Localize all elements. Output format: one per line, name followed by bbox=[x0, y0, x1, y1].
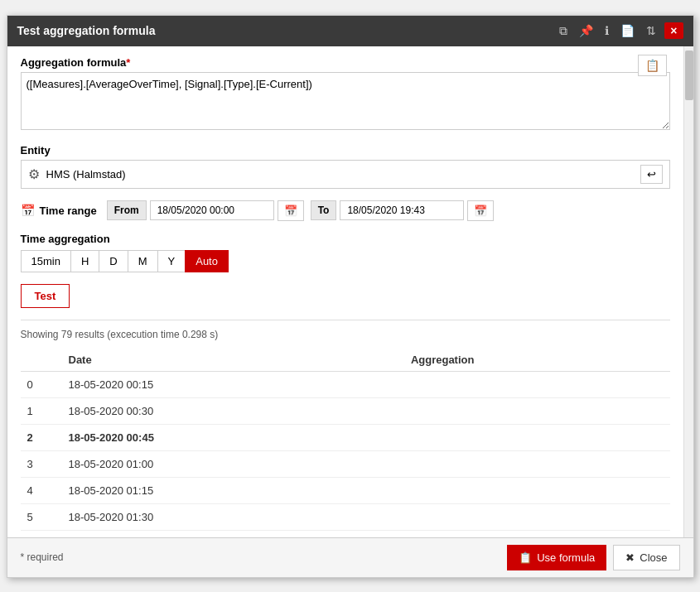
entity-label: Entity bbox=[21, 144, 670, 156]
results-table: Date Aggregation 018-05-2020 00:15118-05… bbox=[21, 349, 670, 531]
row-aggregation bbox=[404, 450, 670, 477]
test-button[interactable]: Test bbox=[21, 284, 70, 308]
row-date: 18-05-2020 01:00 bbox=[62, 450, 404, 477]
to-calendar-button[interactable]: 📅 bbox=[467, 200, 494, 221]
use-formula-label: Use formula bbox=[537, 551, 595, 564]
table-row: 518-05-2020 01:30 bbox=[21, 503, 670, 530]
time-agg-label: Time aggregation bbox=[21, 233, 670, 245]
entity-back-button[interactable]: ↩ bbox=[640, 165, 663, 184]
row-aggregation bbox=[404, 503, 670, 530]
row-date: 18-05-2020 01:30 bbox=[62, 503, 404, 530]
table-header-row: Date Aggregation bbox=[21, 349, 670, 372]
dialog-content-area: 📋 Aggregation formula* ([Measures].[Aver… bbox=[7, 46, 693, 537]
close-x-icon: ✖ bbox=[625, 551, 635, 564]
from-label: From bbox=[107, 200, 147, 220]
calendar-icon: 📅 bbox=[21, 204, 35, 217]
entity-row: ⚙ HMS (Halmstad) ↩ bbox=[21, 160, 670, 189]
pin-icon[interactable]: 📌 bbox=[576, 22, 596, 39]
time-agg-buttons: 15min H D M Y Auto bbox=[21, 250, 670, 272]
entity-group: Entity ⚙ HMS (Halmstad) ↩ bbox=[21, 144, 670, 189]
external-link-icon[interactable]: ⧉ bbox=[556, 22, 571, 40]
row-aggregation bbox=[404, 371, 670, 397]
close-label: Close bbox=[640, 551, 667, 564]
from-calendar-button[interactable]: 📅 bbox=[278, 200, 304, 221]
row-index: 4 bbox=[21, 477, 62, 503]
to-datetime-input[interactable] bbox=[340, 200, 464, 220]
time-agg-d[interactable]: D bbox=[99, 250, 128, 272]
close-x-button[interactable]: × bbox=[664, 22, 683, 39]
time-agg-h[interactable]: H bbox=[70, 250, 99, 272]
formula-label: Aggregation formula* bbox=[21, 56, 670, 69]
to-group: To 📅 bbox=[311, 200, 495, 221]
title-bar: Test aggregation formula ⧉ 📌 ℹ 📄 ⇅ × bbox=[7, 16, 693, 46]
pdf-icon[interactable]: 📄 bbox=[617, 22, 638, 39]
scrollbar-thumb[interactable] bbox=[685, 51, 693, 100]
col-date: Date bbox=[62, 349, 404, 372]
info-icon[interactable]: ℹ bbox=[601, 22, 612, 39]
use-formula-button[interactable]: 📋 Use formula bbox=[507, 545, 606, 570]
row-aggregation bbox=[404, 397, 670, 424]
time-aggregation-section: Time aggregation 15min H D M Y Auto bbox=[21, 233, 670, 272]
footer-buttons: 📋 Use formula ✖ Close bbox=[507, 545, 679, 570]
clipboard-icon: 📋 bbox=[645, 59, 659, 72]
required-text: * required bbox=[21, 551, 64, 563]
arrows-icon[interactable]: ⇅ bbox=[643, 22, 659, 39]
entity-name: HMS (Halmstad) bbox=[46, 168, 640, 180]
row-index: 2 bbox=[21, 424, 62, 450]
dialog: Test aggregation formula ⧉ 📌 ℹ 📄 ⇅ × 📋 A… bbox=[7, 15, 694, 578]
table-row: 118-05-2020 00:30 bbox=[21, 397, 670, 424]
row-date: 18-05-2020 00:30 bbox=[62, 397, 404, 424]
row-index: 1 bbox=[21, 397, 62, 424]
row-index: 3 bbox=[21, 450, 62, 477]
to-label: To bbox=[311, 200, 337, 220]
col-aggregation: Aggregation bbox=[404, 349, 670, 372]
formula-textarea[interactable]: ([Measures].[AverageOverTime], [Signal].… bbox=[21, 72, 670, 130]
formula-group: Aggregation formula* ([Measures].[Averag… bbox=[21, 56, 670, 132]
time-agg-15min[interactable]: 15min bbox=[21, 250, 71, 272]
entity-icon: ⚙ bbox=[28, 166, 40, 182]
row-date: 18-05-2020 00:45 bbox=[62, 424, 404, 450]
table-header: Date Aggregation bbox=[21, 349, 670, 372]
dialog-body: 📋 Aggregation formula* ([Measures].[Aver… bbox=[7, 46, 683, 537]
results-tbody: 018-05-2020 00:15118-05-2020 00:30218-05… bbox=[21, 371, 670, 530]
time-agg-m[interactable]: M bbox=[128, 250, 158, 272]
close-button[interactable]: ✖ Close bbox=[613, 545, 679, 570]
row-index: 5 bbox=[21, 503, 62, 530]
from-group: From 📅 bbox=[107, 200, 304, 221]
use-formula-icon: 📋 bbox=[519, 551, 532, 564]
table-row: 418-05-2020 01:15 bbox=[21, 477, 670, 503]
row-aggregation bbox=[404, 424, 670, 450]
clipboard-button[interactable]: 📋 bbox=[638, 55, 667, 76]
dialog-title: Test aggregation formula bbox=[17, 24, 156, 37]
table-row: 318-05-2020 01:00 bbox=[21, 450, 670, 477]
table-row: 018-05-2020 00:15 bbox=[21, 371, 670, 397]
time-range-label: 📅 Time range bbox=[21, 204, 97, 217]
dialog-footer: * required 📋 Use formula ✖ Close bbox=[7, 537, 693, 577]
time-agg-auto[interactable]: Auto bbox=[185, 250, 229, 272]
from-datetime-input[interactable] bbox=[150, 200, 274, 220]
required-star: * bbox=[126, 56, 130, 69]
row-date: 18-05-2020 01:15 bbox=[62, 477, 404, 503]
row-date: 18-05-2020 00:15 bbox=[62, 371, 404, 397]
row-index: 0 bbox=[21, 371, 62, 397]
col-index bbox=[21, 349, 62, 372]
time-agg-y[interactable]: Y bbox=[157, 250, 186, 272]
scrollbar-track[interactable] bbox=[683, 46, 693, 537]
divider bbox=[21, 320, 670, 320]
table-row: 218-05-2020 00:45 bbox=[21, 424, 670, 450]
time-range-row: 📅 Time range From 📅 To 📅 bbox=[21, 200, 670, 221]
time-range-group: 📅 Time range From 📅 To 📅 bbox=[21, 200, 670, 221]
results-info: Showing 79 results (excecution time 0.29… bbox=[21, 329, 670, 340]
title-bar-icons: ⧉ 📌 ℹ 📄 ⇅ × bbox=[556, 22, 683, 40]
row-aggregation bbox=[404, 477, 670, 503]
